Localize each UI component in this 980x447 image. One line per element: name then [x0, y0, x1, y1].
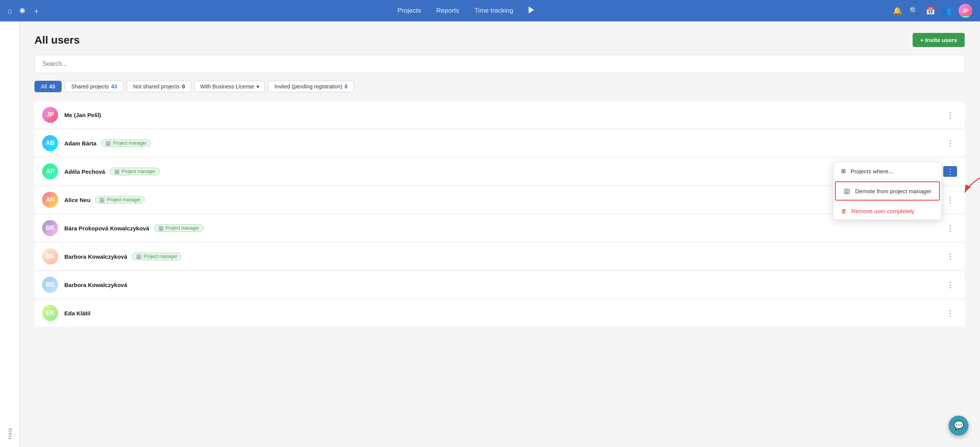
- topnav-right-section: 🔔 🔍 📅 👥 JP BUSINESS: [893, 4, 972, 18]
- filter-business-chevron: ▾: [256, 83, 259, 90]
- user-name: Adéla Pechová: [64, 168, 105, 175]
- project-manager-badge: 🏢 Project manager: [154, 224, 204, 232]
- invite-users-button[interactable]: + Invite users: [913, 33, 965, 47]
- user-list: JP Me (Jan Pešl) ⋮ AB Adam Bárta 🏢 Proje…: [34, 101, 965, 326]
- user-row: JP Me (Jan Pešl) ⋮: [34, 101, 965, 128]
- more-options-button[interactable]: ⋮: [943, 138, 957, 148]
- avatar: EK: [42, 305, 58, 321]
- more-options-button[interactable]: ⋮: [943, 166, 957, 177]
- user-name: Barbora Kowalczyková: [64, 253, 127, 260]
- avatar: AP: [42, 163, 58, 179]
- topnav-left-section: ⌂ ✺ ＋: [8, 6, 40, 16]
- settings-icon[interactable]: ✺: [19, 6, 26, 15]
- more-options-button[interactable]: ⋮: [943, 308, 957, 318]
- user-row: BK Barbora Kowalczyková ⋮: [34, 271, 965, 298]
- top-navigation: ⌂ ✺ ＋ Projects Reports Time tracking 🔔 🔍…: [0, 0, 980, 21]
- filter-shared-label: Shared projects: [71, 83, 109, 90]
- projects-nav-link[interactable]: Projects: [397, 7, 421, 15]
- filter-all-label: All: [41, 83, 47, 90]
- user-name: Barbora Kowalczyková: [64, 282, 127, 288]
- filter-not-shared[interactable]: Not shared projects 0: [127, 81, 191, 92]
- page-header: All users + Invite users: [34, 33, 965, 47]
- filter-not-shared-count: 0: [182, 83, 185, 90]
- annotation-arrow: [961, 170, 980, 200]
- filter-business-label: With Business License: [200, 83, 254, 90]
- more-options-button[interactable]: ⋮: [943, 223, 957, 233]
- add-icon[interactable]: ＋: [33, 6, 40, 16]
- notifications-icon[interactable]: 🔔: [893, 6, 902, 15]
- projects-where-label: Projects where...: [851, 168, 893, 175]
- grid-icon: ⊞: [841, 168, 846, 175]
- trash-icon: 🗑: [841, 208, 847, 214]
- dropdown-menu: ⊞ Projects where... 🏢 Demote from projec…: [833, 162, 942, 220]
- filter-not-shared-label: Not shared projects: [133, 83, 180, 90]
- user-row: BK Barbora Kowalczyková 🏢 Project manage…: [34, 243, 965, 270]
- user-row: BK Bára Prokopová Kowalczyková 🏢 Project…: [34, 215, 965, 241]
- users-icon[interactable]: 👥: [942, 6, 952, 15]
- project-manager-badge: 🏢 Project manager: [110, 168, 160, 175]
- demote-label: Demote from project manager: [855, 188, 931, 194]
- user-row: AP Adéla Pechová 🏢 Project manager ⋮ ⊞ P…: [34, 158, 965, 185]
- sidebar-help-label[interactable]: Help: [7, 427, 13, 439]
- briefcase-icon: 🏢: [105, 140, 111, 146]
- calendar-icon[interactable]: 📅: [926, 6, 935, 15]
- user-row: EK Eda Klátil ⋮: [34, 300, 965, 326]
- user-avatar-topnav[interactable]: JP BUSINESS: [959, 4, 972, 18]
- more-options-button[interactable]: ⋮: [943, 194, 957, 205]
- filter-all[interactable]: All 43: [34, 81, 62, 92]
- project-manager-badge: 🏢 Project manager: [132, 253, 181, 260]
- filter-shared-count: 43: [111, 83, 117, 90]
- user-name: Adam Bárta: [64, 140, 96, 147]
- remove-label: Remove user completely: [851, 208, 915, 214]
- filter-invited-count: 8: [345, 83, 348, 90]
- user-row: AB Adam Bárta 🏢 Project manager ⋮: [34, 130, 965, 157]
- avatar: BK: [42, 277, 58, 293]
- project-manager-badge: 🏢 Project manager: [95, 196, 145, 204]
- timetracking-nav-link[interactable]: Time tracking: [474, 7, 513, 15]
- filter-invited[interactable]: Invited (pending registration) 8: [268, 81, 354, 92]
- reports-nav-link[interactable]: Reports: [436, 7, 459, 15]
- briefcase-icon: 🏢: [99, 197, 105, 202]
- filter-all-count: 43: [49, 83, 56, 90]
- project-manager-badge: 🏢 Project manager: [101, 139, 151, 147]
- more-options-button[interactable]: ⋮: [943, 279, 957, 290]
- demote-icon: 🏢: [843, 188, 851, 194]
- user-name: Bára Prokopová Kowalczyková: [64, 225, 149, 232]
- page-title: All users: [34, 34, 80, 46]
- filter-tabs: All 43 Shared projects 43 Not shared pro…: [34, 81, 965, 92]
- briefcase-icon: 🏢: [136, 254, 142, 259]
- avatar: JP: [42, 107, 58, 123]
- remove-user-item[interactable]: 🗑 Remove user completely: [833, 202, 941, 220]
- briefcase-icon: 🏢: [158, 225, 164, 231]
- topnav-center-section: Projects Reports Time tracking: [40, 7, 893, 15]
- search-input[interactable]: [34, 55, 965, 73]
- briefcase-icon: 🏢: [114, 169, 120, 174]
- avatar: BK: [42, 220, 58, 236]
- avatar: BK: [42, 248, 58, 264]
- user-name: Eda Klátil: [64, 310, 90, 316]
- home-icon[interactable]: ⌂: [8, 7, 12, 15]
- filter-shared[interactable]: Shared projects 43: [65, 81, 124, 92]
- more-options-button[interactable]: ⋮: [943, 251, 957, 262]
- sidebar: Help: [0, 21, 19, 447]
- more-options-button[interactable]: ⋮: [943, 109, 957, 120]
- filter-business[interactable]: With Business License ▾: [194, 81, 265, 92]
- avatar: AN: [42, 192, 58, 208]
- play-nav-icon[interactable]: [529, 7, 536, 15]
- main-content: All users + Invite users All 43 Shared p…: [19, 21, 980, 447]
- filter-invited-label: Invited (pending registration): [274, 83, 342, 90]
- projects-where-item[interactable]: ⊞ Projects where...: [833, 162, 941, 180]
- search-icon[interactable]: 🔍: [909, 6, 919, 15]
- user-name: Alice Neu: [64, 197, 90, 203]
- chat-button[interactable]: 💬: [949, 416, 969, 436]
- user-name: Me (Jan Pešl): [64, 112, 101, 118]
- user-row: AN Alice Neu 🏢 Project manager ⋮: [34, 186, 965, 213]
- demote-manager-item[interactable]: 🏢 Demote from project manager: [835, 181, 940, 201]
- avatar: AB: [42, 135, 58, 151]
- business-badge: BUSINESS: [960, 15, 972, 18]
